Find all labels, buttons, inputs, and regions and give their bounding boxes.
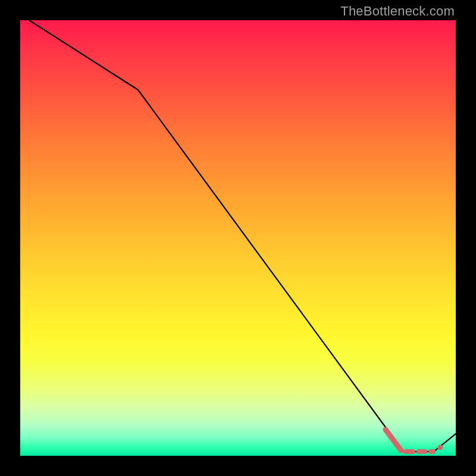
- optimal-range-marker: [20, 20, 456, 456]
- watermark-text: TheBottleneck.com: [340, 4, 455, 19]
- svg-line-0: [386, 430, 401, 450]
- svg-point-4: [438, 445, 443, 450]
- plot-area: [20, 20, 456, 456]
- chart-frame: TheBottleneck.com: [0, 0, 476, 476]
